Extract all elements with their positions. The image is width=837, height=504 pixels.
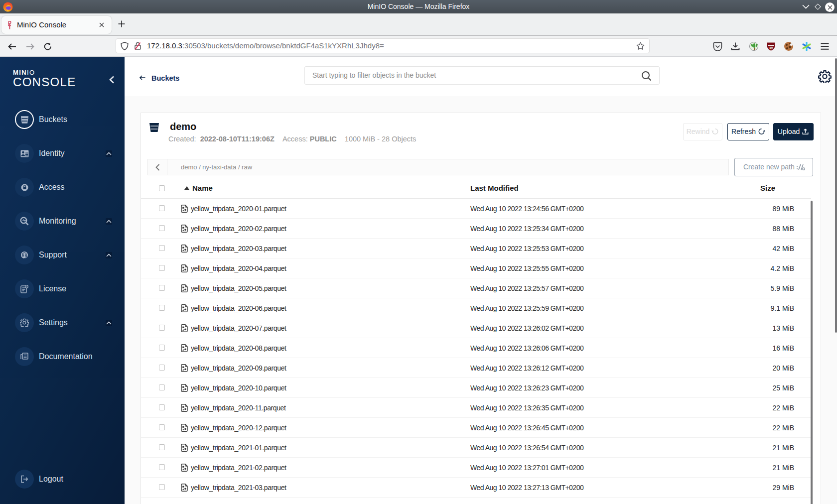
svg-text:UO: UO <box>769 47 773 50</box>
